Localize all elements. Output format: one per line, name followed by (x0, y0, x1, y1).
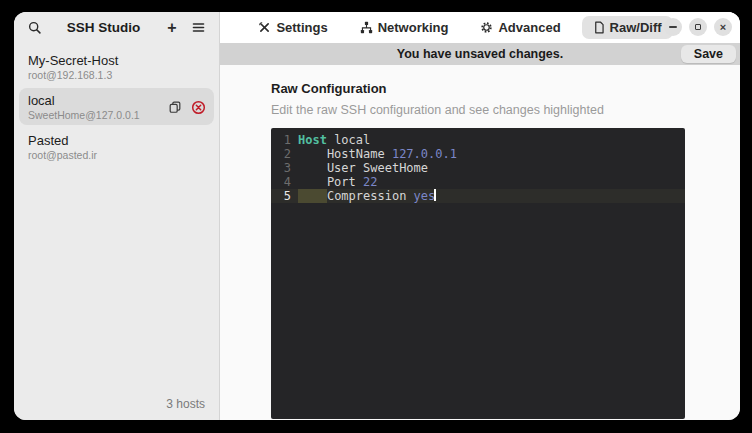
text-cursor (434, 189, 436, 201)
editor-line-3: 3 User SweetHome (271, 161, 685, 175)
banner-message: You have unsaved changes. (397, 47, 564, 61)
unsaved-changes-banner: You have unsaved changes. Save (220, 43, 740, 65)
delete-host-icon[interactable] (191, 100, 206, 115)
tab-networking-label: Networking (378, 20, 449, 35)
host-name: My-Secret-Host (28, 53, 205, 68)
main-area: Settings Networking Advanced (220, 12, 740, 420)
copy-host-button[interactable] (168, 100, 182, 114)
line-number: 4 (271, 175, 291, 189)
plus-icon: + (167, 20, 176, 36)
host-row-local[interactable]: local SweetHome@127.0.0.1 (19, 88, 214, 125)
line-number: 1 (271, 133, 291, 147)
tab-rawdiff-label: Raw/Diff (610, 20, 662, 35)
editor-line-5-changed: 5 Compression yes (271, 189, 685, 203)
main-menu-button[interactable] (187, 17, 209, 39)
section-title: Raw Configuration (271, 81, 740, 96)
tab-bar: Settings Networking Advanced (247, 16, 672, 39)
tab-rawdiff[interactable]: Raw/Diff (582, 16, 673, 39)
host-row-my-secret-host[interactable]: My-Secret-Host root@192.168.1.3 (14, 47, 219, 86)
editor-line-2: 2 HostName 127.0.0.1 (271, 147, 685, 161)
document-icon (593, 21, 605, 34)
sidebar-header: SSH Studio + (14, 12, 219, 43)
close-button[interactable]: × (714, 18, 732, 36)
host-row-pasted[interactable]: Pasted root@pasted.ir (14, 127, 219, 166)
search-button[interactable] (24, 17, 46, 39)
minimize-button[interactable] (664, 18, 682, 36)
host-count: 3 hosts (14, 397, 219, 420)
host-address: root@pasted.ir (28, 149, 205, 161)
close-icon: × (720, 22, 726, 33)
save-button[interactable]: Save (681, 45, 736, 63)
tab-networking[interactable]: Networking (349, 16, 460, 39)
editor-line-1: 1 Host local (271, 133, 685, 147)
window-controls: × (664, 18, 732, 36)
maximize-icon (695, 24, 701, 30)
line-number: 5 (271, 189, 291, 203)
maximize-button[interactable] (689, 18, 707, 36)
tab-advanced-label: Advanced (498, 20, 560, 35)
add-host-button[interactable]: + (161, 17, 183, 39)
tab-settings[interactable]: Settings (247, 16, 338, 39)
gear-icon (480, 21, 493, 34)
network-icon (360, 21, 373, 34)
host-address: SweetHome@127.0.0.1 (28, 109, 140, 121)
line-number: 2 (271, 147, 291, 161)
search-icon (28, 21, 42, 35)
sidebar: SSH Studio + My-Secret-Host root@192.168… (14, 12, 220, 420)
app-title: SSH Studio (50, 20, 157, 35)
main-header: Settings Networking Advanced (220, 12, 740, 43)
changed-indent-highlight (298, 189, 327, 203)
hamburger-icon (192, 22, 205, 33)
tab-settings-label: Settings (276, 20, 327, 35)
host-name: local (28, 93, 140, 108)
host-list: My-Secret-Host root@192.168.1.3 local Sw… (14, 43, 219, 166)
app-window: SSH Studio + My-Secret-Host root@192.168… (14, 12, 740, 420)
tab-advanced[interactable]: Advanced (469, 16, 571, 39)
tools-icon (258, 21, 271, 34)
raw-config-editor[interactable]: 1 Host local 2 HostName 127.0.0.1 3 User… (271, 128, 685, 419)
editor-line-4: 4 Port 22 (271, 175, 685, 189)
raw-config-section: Raw Configuration Edit the raw SSH confi… (220, 65, 740, 419)
minimize-icon (669, 26, 677, 28)
line-number: 3 (271, 161, 291, 175)
host-address: root@192.168.1.3 (28, 69, 205, 81)
section-subtitle: Edit the raw SSH configuration and see c… (271, 103, 740, 117)
host-name: Pasted (28, 133, 205, 148)
